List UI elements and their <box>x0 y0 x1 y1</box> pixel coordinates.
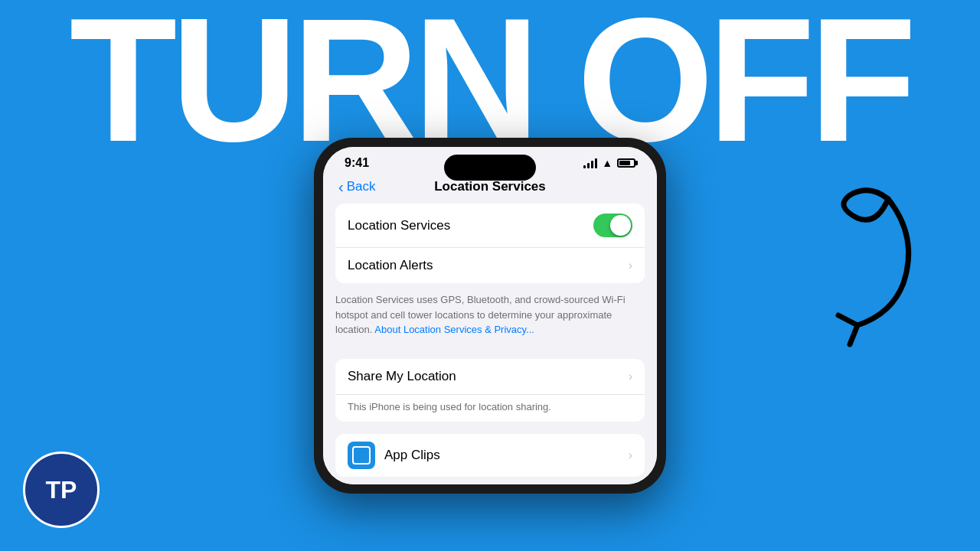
settings-content: Location Services Location Alerts › <box>323 204 657 484</box>
battery-icon <box>617 158 635 168</box>
logo-text: TP <box>46 476 77 504</box>
app-clips-row[interactable]: App Clips › <box>335 434 645 477</box>
signal-bar-3 <box>591 161 593 168</box>
signal-bar-2 <box>587 163 590 168</box>
location-services-toggle[interactable] <box>593 214 632 237</box>
phone-screen: 9:41 ▲ ‹ <box>323 147 657 484</box>
description-link[interactable]: About Location Services & Privacy... <box>374 324 534 335</box>
phone-mockup: 9:41 ▲ ‹ <box>314 138 666 494</box>
signal-bar-1 <box>583 165 586 168</box>
app-clips-label: App Clips <box>384 448 440 463</box>
dynamic-island <box>444 155 536 181</box>
share-description: This iPhone is being used for location s… <box>335 395 645 422</box>
location-services-row: Location Services <box>335 204 645 248</box>
back-label: Back <box>347 179 376 194</box>
location-services-card: Location Services Location Alerts › <box>335 204 645 283</box>
share-my-location-chevron-icon: › <box>629 370 632 383</box>
status-bar: 9:41 ▲ <box>323 147 657 173</box>
location-alerts-chevron-icon: › <box>629 259 632 272</box>
app-clips-chevron-icon: › <box>629 448 632 462</box>
toggle-knob <box>610 215 631 236</box>
back-chevron-icon: ‹ <box>338 179 344 194</box>
app-clips-icon <box>348 442 375 469</box>
share-my-location-row[interactable]: Share My Location › <box>335 359 645 395</box>
location-services-description: Location Services uses GPS, Bluetooth, a… <box>323 283 657 347</box>
status-time: 9:41 <box>345 156 369 170</box>
nav-title: Location Services <box>434 179 546 194</box>
back-button[interactable]: ‹ Back <box>338 179 375 194</box>
share-my-location-label: Share My Location <box>348 369 456 384</box>
phone-body: 9:41 ▲ ‹ <box>314 138 666 494</box>
location-services-label: Location Services <box>348 218 450 233</box>
app-clips-left: App Clips <box>348 442 440 469</box>
share-my-location-card: Share My Location › This iPhone is being… <box>335 359 645 422</box>
status-icons: ▲ <box>583 157 635 169</box>
logo-circle: TP <box>23 452 100 528</box>
battery-fill <box>619 161 630 165</box>
wifi-icon: ▲ <box>602 157 612 169</box>
location-alerts-row[interactable]: Location Alerts › <box>335 248 645 283</box>
toggle-container <box>593 214 632 237</box>
signal-bar-4 <box>595 158 597 168</box>
app-clips-card: App Clips › <box>335 434 645 477</box>
location-alerts-label: Location Alerts <box>348 258 433 273</box>
signal-bars-icon <box>583 158 597 168</box>
app-clips-icon-inner <box>352 446 371 465</box>
